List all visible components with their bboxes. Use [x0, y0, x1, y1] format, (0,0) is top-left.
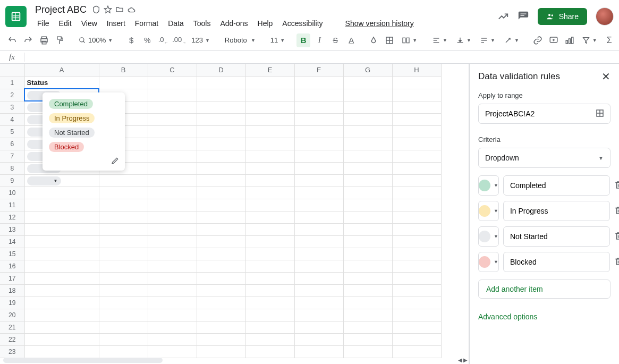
cell-H5[interactable]: [392, 125, 441, 138]
row-header-4[interactable]: 4: [0, 113, 24, 125]
cell-B18[interactable]: [99, 284, 148, 297]
cell-B17[interactable]: [99, 272, 148, 284]
cell-C16[interactable]: [148, 260, 197, 272]
cell-G22[interactable]: [343, 333, 392, 345]
insert-comment-button[interactable]: [547, 33, 561, 47]
cell-E12[interactable]: [245, 211, 294, 223]
cell-G20[interactable]: [343, 309, 392, 321]
row-header-5[interactable]: 5: [0, 125, 24, 138]
cell-C17[interactable]: [148, 272, 197, 284]
cell-C20[interactable]: [148, 309, 197, 321]
cell-D17[interactable]: [197, 272, 245, 284]
folder-move-icon[interactable]: [115, 5, 124, 14]
cell-D20[interactable]: [197, 309, 245, 321]
color-swatch-select[interactable]: ▼: [478, 252, 499, 272]
cell-A11[interactable]: [24, 199, 99, 211]
cell-F21[interactable]: [294, 321, 343, 333]
cell-F3[interactable]: [294, 101, 343, 113]
cell-C6[interactable]: [148, 138, 197, 150]
cell-E10[interactable]: [245, 187, 294, 199]
borders-button[interactable]: [383, 33, 396, 47]
cell-F14[interactable]: [294, 235, 343, 248]
column-header-D[interactable]: D: [197, 64, 245, 77]
row-header-19[interactable]: 19: [0, 297, 24, 309]
cell-A14[interactable]: [24, 235, 99, 248]
cell-G21[interactable]: [343, 321, 392, 333]
menu-help[interactable]: Help: [253, 17, 277, 30]
cell-H14[interactable]: [392, 235, 441, 248]
row-header-18[interactable]: 18: [0, 284, 24, 297]
column-header-A[interactable]: A: [24, 64, 99, 77]
cell-H11[interactable]: [392, 199, 441, 211]
cell-A16[interactable]: [24, 260, 99, 272]
row-header-9[interactable]: 9: [0, 174, 24, 187]
cell-G18[interactable]: [343, 284, 392, 297]
sheets-logo[interactable]: [5, 6, 27, 27]
dropdown-option-in-progress[interactable]: In Progress: [43, 111, 125, 125]
cell-H7[interactable]: [392, 150, 441, 162]
cell-D21[interactable]: [197, 321, 245, 333]
comment-icon[interactable]: [518, 11, 529, 22]
paint-format-button[interactable]: [53, 33, 67, 47]
cell-H6[interactable]: [392, 138, 441, 150]
cell-G1[interactable]: [343, 77, 392, 89]
cell-G9[interactable]: [343, 174, 392, 187]
number-format-select[interactable]: 123▼: [188, 33, 213, 47]
cell-D18[interactable]: [197, 284, 245, 297]
column-header-H[interactable]: H: [392, 64, 441, 77]
row-header-8[interactable]: 8: [0, 162, 24, 174]
cell-C19[interactable]: [148, 297, 197, 309]
cell-F1[interactable]: [294, 77, 343, 89]
cell-A22[interactable]: [24, 333, 99, 345]
cell-F4[interactable]: [294, 113, 343, 125]
functions-button[interactable]: Σ: [603, 33, 616, 47]
cell-B23[interactable]: [99, 345, 148, 358]
text-rotation-button[interactable]: ▼: [501, 33, 522, 47]
cell-D3[interactable]: [197, 101, 245, 113]
cell-E9[interactable]: [245, 174, 294, 187]
cell-G14[interactable]: [343, 235, 392, 248]
cell-A17[interactable]: [24, 272, 99, 284]
cell-C1[interactable]: [148, 77, 197, 89]
doc-title[interactable]: Project ABC: [33, 4, 89, 16]
row-header-22[interactable]: 22: [0, 333, 24, 345]
cell-F16[interactable]: [294, 260, 343, 272]
delete-item-icon[interactable]: [614, 206, 619, 217]
cell-E1[interactable]: [245, 77, 294, 89]
bold-button[interactable]: B: [296, 33, 310, 47]
cell-D23[interactable]: [197, 345, 245, 358]
cell-F22[interactable]: [294, 333, 343, 345]
cell-C14[interactable]: [148, 235, 197, 248]
font-size-select[interactable]: 11▼: [267, 33, 288, 47]
cell-F18[interactable]: [294, 284, 343, 297]
cell-C18[interactable]: [148, 284, 197, 297]
cell-D1[interactable]: [197, 77, 245, 89]
cell-C9[interactable]: [148, 174, 197, 187]
cell-B1[interactable]: [99, 77, 148, 89]
delete-item-icon[interactable]: [614, 231, 619, 242]
cell-E5[interactable]: [245, 125, 294, 138]
cell-H13[interactable]: [392, 223, 441, 235]
cell-B12[interactable]: [99, 211, 148, 223]
cell-B22[interactable]: [99, 333, 148, 345]
cell-F15[interactable]: [294, 248, 343, 260]
criteria-type-select[interactable]: Dropdown ▼: [478, 148, 610, 168]
cell-E13[interactable]: [245, 223, 294, 235]
cell-G23[interactable]: [343, 345, 392, 358]
cell-B16[interactable]: [99, 260, 148, 272]
cell-D13[interactable]: [197, 223, 245, 235]
cell-D9[interactable]: [197, 174, 245, 187]
dropdown-option-not-started[interactable]: Not Started: [43, 125, 125, 140]
menu-tools[interactable]: Tools: [189, 17, 215, 30]
strikethrough-button[interactable]: S: [328, 33, 342, 47]
cell-E11[interactable]: [245, 199, 294, 211]
filter-button[interactable]: ▼: [579, 33, 600, 47]
cell-H9[interactable]: [392, 174, 441, 187]
delete-item-icon[interactable]: [614, 257, 619, 268]
close-icon[interactable]: ✕: [601, 71, 610, 82]
row-header-16[interactable]: 16: [0, 260, 24, 272]
account-avatar[interactable]: [596, 7, 614, 26]
row-header-17[interactable]: 17: [0, 272, 24, 284]
italic-button[interactable]: I: [312, 33, 326, 47]
cloud-icon[interactable]: [127, 5, 137, 14]
